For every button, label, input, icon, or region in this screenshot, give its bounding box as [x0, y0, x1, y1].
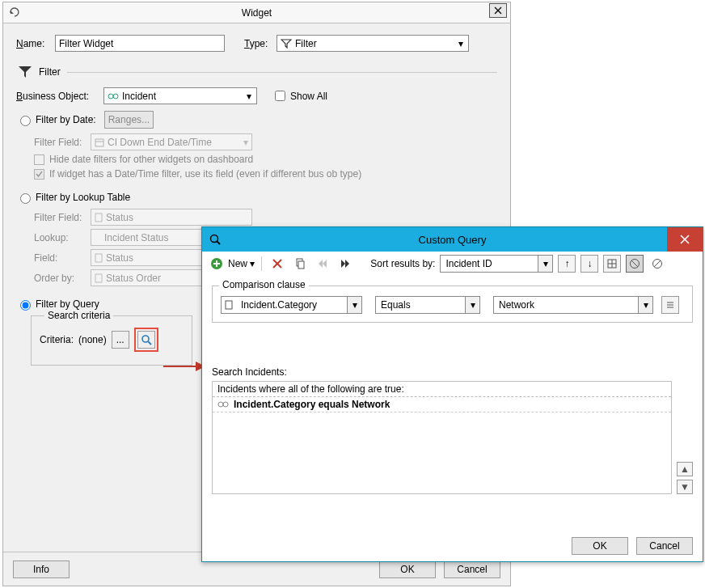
filter-icon — [16, 63, 34, 81]
triangle-up-icon: ▲ — [680, 463, 690, 475]
filter-by-lookup-label: Filter by Lookup Table — [36, 192, 130, 203]
type-select[interactable]: Filter ▾ — [277, 35, 469, 52]
comparison-value-select[interactable]: Network ▾ — [493, 296, 653, 314]
arrow-down-icon: ↓ — [587, 258, 592, 269]
info-button[interactable]: Info — [13, 561, 70, 578]
results-header: Incidents where all of the following are… — [213, 382, 671, 397]
criteria-search-button[interactable] — [137, 331, 155, 349]
cancel-button[interactable]: Cancel — [444, 561, 500, 578]
use-dt-filter-label: If widget has a Date/Time filter, use it… — [49, 168, 361, 180]
name-label: Name: — [16, 38, 55, 49]
clear-icon — [652, 258, 663, 269]
filter-by-date-radio[interactable] — [20, 116, 31, 126]
close-button[interactable] — [489, 3, 507, 18]
sort-asc-button[interactable]: ↑ — [558, 255, 576, 273]
results-row[interactable]: Incident.Category equals Network — [213, 397, 671, 412]
criteria-ellipsis-button[interactable]: ... — [112, 331, 129, 349]
grid-button[interactable] — [603, 255, 621, 273]
next-button[interactable] — [336, 255, 354, 273]
chevron-down-icon: ▾ — [465, 297, 479, 313]
cq-cancel-button[interactable]: Cancel — [636, 537, 693, 555]
move-down-button[interactable]: ▼ — [677, 480, 693, 494]
ok-button[interactable]: OK — [379, 561, 436, 578]
chevron-down-icon: ▾ — [250, 258, 255, 269]
criteria-search-button-highlight — [134, 328, 158, 352]
triangle-down-icon: ▼ — [680, 481, 690, 493]
copy-icon — [294, 258, 306, 269]
cq-titlebar: Custom Query — [202, 227, 703, 252]
cq-title: Custom Query — [202, 234, 703, 246]
svg-rect-4 — [95, 139, 103, 146]
lookup-label: Lookup: — [34, 232, 91, 243]
svg-point-35 — [223, 402, 228, 407]
hide-date-filters-label: Hide date filters for other widgets on d… — [49, 154, 253, 165]
refresh-icon — [8, 6, 21, 18]
svg-point-9 — [142, 336, 149, 342]
filter-field-select: CI Down End Date/Time ▾ — [91, 133, 252, 150]
move-up-button[interactable]: ▲ — [677, 462, 693, 476]
dialog-title: Widget — [242, 7, 272, 19]
chevron-down-icon: ▾ — [347, 297, 361, 313]
comparison-operator-select[interactable]: Equals ▾ — [375, 296, 480, 314]
svg-point-34 — [218, 402, 223, 407]
close-icon — [680, 235, 690, 244]
comparison-clause-group: Comparison clause Incident.Category ▾ Eq… — [212, 286, 693, 323]
chevron-down-icon: ▾ — [638, 297, 652, 313]
hide-date-filters-checkbox — [34, 154, 44, 165]
svg-rect-30 — [226, 301, 232, 309]
svg-line-29 — [654, 260, 661, 267]
filter-section-header: Filter — [16, 63, 497, 81]
filter-by-lookup-radio[interactable] — [20, 193, 31, 204]
cq-close-button[interactable] — [667, 227, 703, 252]
results-list[interactable]: Incidents where all of the following are… — [212, 381, 672, 494]
sort-desc-button[interactable]: ↓ — [580, 255, 598, 273]
doc-icon — [95, 273, 103, 283]
orderby-label: Order by: — [34, 273, 91, 284]
funnel-icon — [281, 39, 292, 49]
clear-button[interactable] — [648, 255, 666, 273]
sort-select[interactable]: Incident ID ▾ — [440, 255, 553, 273]
dialog-titlebar: Widget — [3, 2, 510, 23]
name-input[interactable] — [55, 35, 225, 52]
custom-query-dialog: Custom Query New ▾ Sort results by: Inci… — [201, 226, 703, 562]
show-all-checkbox[interactable]: Show All — [272, 88, 327, 104]
filter-by-query-radio[interactable] — [20, 300, 31, 311]
first-icon — [317, 259, 328, 269]
copy-button[interactable] — [291, 255, 309, 273]
sort-label: Sort results by: — [370, 258, 435, 269]
cq-ok-button[interactable]: OK — [572, 537, 628, 555]
group-toggle-button[interactable] — [626, 255, 644, 273]
ranges-button[interactable]: Ranges... — [104, 111, 154, 129]
comparison-field-select[interactable]: Incident.Category ▾ — [221, 296, 362, 314]
search-icon — [141, 334, 152, 345]
criteria-label: Criteria: — [40, 334, 74, 345]
type-value: Filter — [295, 38, 317, 49]
last-icon — [340, 259, 351, 269]
value-picker-button[interactable] — [661, 296, 679, 314]
list-icon — [665, 300, 675, 310]
show-all-label: Show All — [290, 91, 327, 102]
chevron-down-icon: ▾ — [457, 38, 465, 49]
doc-icon — [95, 213, 103, 222]
svg-point-3 — [113, 94, 118, 99]
cq-toolbar: New ▾ Sort results by: Incident ID ▾ ↑ ↓ — [202, 252, 703, 276]
new-button[interactable]: New ▾ — [228, 258, 255, 269]
svg-point-2 — [108, 94, 113, 99]
plus-icon — [210, 257, 223, 270]
lookup-filter-field-label: Filter Field: — [34, 212, 91, 223]
business-object-select[interactable]: Incident ▾ — [103, 87, 257, 104]
comparison-legend: Comparison clause — [219, 279, 309, 290]
chevron-down-icon: ▾ — [245, 91, 253, 102]
svg-line-27 — [631, 260, 638, 267]
prev-button[interactable] — [314, 255, 331, 273]
cq-bottom-bar: OK Cancel — [572, 537, 693, 555]
delete-button[interactable] — [268, 255, 286, 273]
criteria-value: (none) — [78, 334, 107, 345]
chain-icon — [217, 400, 229, 409]
search-criteria-group: Search criteria Criteria: (none) ... — [31, 315, 192, 366]
svg-line-13 — [217, 242, 221, 245]
arrow-up-icon: ↑ — [564, 258, 569, 269]
doc-icon — [95, 253, 103, 263]
business-object-value: Incident — [122, 91, 156, 102]
business-object-label: Business Object: — [16, 91, 103, 102]
